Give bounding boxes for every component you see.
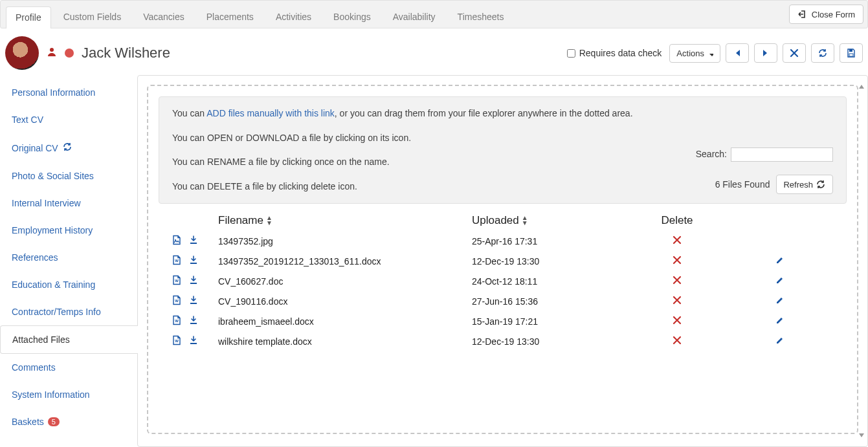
requires-check-label: Requires data check — [579, 48, 662, 58]
file-name[interactable]: 13497352.jpg — [218, 236, 464, 246]
tab-timesheets[interactable]: Timesheets — [448, 6, 514, 28]
delete-icon — [672, 315, 682, 325]
edit-file-button[interactable] — [775, 257, 785, 267]
edit-icon — [775, 315, 785, 325]
close-form-button[interactable]: Close Form — [789, 5, 863, 24]
download-file-button[interactable] — [188, 295, 199, 307]
files-found-text: 6 Files Found — [715, 179, 770, 191]
file-uploaded: 12-Dec-19 13:30 — [472, 336, 627, 347]
file-name[interactable]: CV_190116.docx — [218, 296, 464, 307]
download-file-button[interactable] — [188, 315, 199, 327]
requires-data-check[interactable]: Requires data check — [567, 48, 662, 58]
edit-icon — [775, 255, 785, 265]
nav-last-button[interactable] — [754, 43, 777, 63]
open-file-button[interactable] — [172, 315, 182, 327]
delete-file-button[interactable] — [635, 315, 719, 327]
dropzone[interactable]: You can ADD files manually with this lin… — [147, 85, 858, 434]
tab-vacancies[interactable]: Vacancies — [133, 6, 194, 28]
file-name[interactable]: CV_160627.doc — [218, 276, 464, 287]
file-name[interactable]: 13497352_20191212_133013_611.docx — [218, 256, 464, 267]
sidebar-item-original-cv[interactable]: Original CV — [0, 133, 137, 162]
open-file-button[interactable] — [172, 255, 182, 267]
download-file-button[interactable] — [188, 335, 199, 347]
sidebar-item-label: References — [12, 252, 58, 263]
sidebar-item-personal-information[interactable]: Personal Information — [0, 79, 137, 106]
actions-dropdown[interactable]: Actions — [669, 44, 720, 63]
requires-data-check-box[interactable] — [567, 49, 575, 58]
save-button[interactable] — [840, 43, 863, 63]
open-file-button[interactable] — [172, 235, 182, 247]
add-files-link[interactable]: ADD files manually with this link — [206, 108, 335, 118]
delete-file-button[interactable] — [635, 255, 719, 267]
file-uploaded: 15-Jan-19 17:21 — [472, 316, 627, 327]
sidebar-item-references[interactable]: References — [0, 244, 137, 271]
open-file-button[interactable] — [172, 295, 182, 307]
tab-placements[interactable]: Placements — [197, 6, 263, 28]
sidebar-item-label: Internal Interview — [12, 198, 81, 208]
sidebar-item-internal-interview[interactable]: Internal Interview — [0, 190, 137, 217]
page-title: Jack Wilshere — [82, 45, 170, 61]
sidebar-item-employment-history[interactable]: Employment History — [0, 217, 137, 244]
file-name[interactable]: ibraheem_ismaeel.docx — [218, 316, 464, 327]
open-file-button[interactable] — [172, 335, 182, 347]
tab-activities[interactable]: Activities — [266, 6, 321, 28]
tab-bookings[interactable]: Bookings — [324, 6, 381, 28]
sidebar-item-label: Education & Training — [12, 279, 95, 290]
refresh-icon — [62, 142, 72, 154]
sidebar-item-text-cv[interactable]: Text CV — [0, 106, 137, 133]
edit-file-button[interactable] — [775, 317, 785, 327]
actions-label: Actions — [676, 49, 704, 58]
tab-custom-fields[interactable]: Custom Fields — [54, 6, 131, 28]
download-icon — [188, 335, 199, 345]
info-line2: You can OPEN or DOWNLOAD a file by click… — [172, 132, 833, 145]
file-name[interactable]: wilkshire template.docx — [218, 336, 464, 347]
delete-file-button[interactable] — [635, 275, 719, 287]
scrollbar[interactable] — [857, 85, 866, 437]
skip-last-icon — [761, 48, 771, 58]
close-x-button[interactable] — [783, 43, 806, 63]
close-form-label: Close Form — [812, 10, 855, 19]
main-panel: You can ADD files manually with this lin… — [137, 75, 868, 447]
file-icon — [172, 255, 182, 265]
edit-file-button[interactable] — [775, 337, 785, 347]
sort-icon: ▲▼ — [266, 215, 273, 226]
download-file-button[interactable] — [188, 255, 199, 267]
edit-file-button[interactable] — [775, 297, 785, 307]
open-file-button[interactable] — [172, 275, 182, 287]
sidebar-item-comments[interactable]: Comments — [0, 354, 137, 381]
sidebar-item-education-training[interactable]: Education & Training — [0, 271, 137, 298]
refresh-label: Refresh — [783, 180, 813, 190]
file-icon — [172, 235, 182, 245]
delete-file-button[interactable] — [635, 235, 719, 247]
sidebar-item-photo-social-sites[interactable]: Photo & Social Sites — [0, 162, 137, 190]
download-icon — [188, 315, 199, 325]
edit-file-button[interactable] — [775, 277, 785, 287]
file-icon — [172, 295, 182, 305]
nav-first-button[interactable] — [726, 43, 749, 63]
search-input[interactable] — [731, 147, 833, 162]
sidebar-item-baskets[interactable]: Baskets5 — [0, 408, 137, 435]
sidebar-item-system-information[interactable]: System Information — [0, 381, 137, 408]
tab-availability[interactable]: Availability — [383, 6, 445, 28]
tab-profile[interactable]: Profile — [6, 6, 51, 28]
col-filename[interactable]: Filename ▲▼ — [218, 214, 464, 227]
download-file-button[interactable] — [188, 235, 199, 247]
sidebar-item-contractor-temps-info[interactable]: Contractor/Temps Info — [0, 298, 137, 325]
sidebar-item-attached-files[interactable]: Attached Files — [0, 325, 138, 354]
badge: 5 — [48, 417, 60, 426]
save-icon — [846, 48, 856, 58]
refresh-button[interactable] — [811, 43, 834, 63]
file-table: Filename ▲▼ Uploaded ▲▼ Delete 13497352.… — [159, 210, 847, 351]
delete-icon — [672, 275, 682, 285]
delete-file-button[interactable] — [635, 335, 719, 347]
col-uploaded-label: Uploaded — [472, 214, 519, 227]
delete-file-button[interactable] — [635, 295, 719, 307]
download-file-button[interactable] — [188, 275, 199, 287]
edit-icon — [775, 295, 785, 305]
download-icon — [188, 255, 199, 265]
delete-icon — [672, 255, 682, 265]
col-uploaded[interactable]: Uploaded ▲▼ — [472, 214, 627, 227]
refresh-files-button[interactable]: Refresh — [776, 175, 833, 194]
refresh-icon — [816, 179, 826, 190]
sidebar-item-label: Comments — [12, 362, 56, 373]
